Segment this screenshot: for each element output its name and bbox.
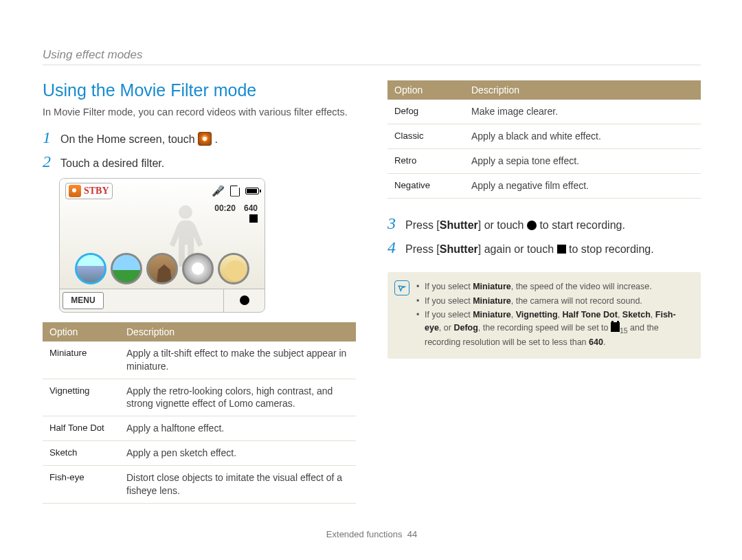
table-row: Fish-eyeDistort close objects to imitate… xyxy=(43,466,356,504)
shutter-label: Shutter xyxy=(440,243,478,255)
table-row: RetroApply a sepia tone effect. xyxy=(387,148,701,173)
step1-pre: On the Home screen, touch xyxy=(60,133,198,145)
movie-filter-home-icon xyxy=(198,132,212,146)
step2: Touch a desired filter. xyxy=(60,156,356,171)
left-column: Using the Movie Filter mode In Movie Fil… xyxy=(43,80,356,513)
breadcrumb: Using effect modes xyxy=(43,48,701,65)
camera-lcd: STBY 🎤̸ 00:20 640 xyxy=(59,178,265,313)
stop-icon xyxy=(557,245,566,254)
filter-thumb-2[interactable] xyxy=(111,253,142,284)
shutter-label: Shutter xyxy=(440,219,478,231)
table-row: VignettingApply the retro-looking colors… xyxy=(43,379,356,416)
table-row: ClassicApply a black and white effect. xyxy=(387,124,701,148)
page-title: Using the Movie Filter mode xyxy=(43,80,356,100)
stby-label: STBY xyxy=(84,186,109,197)
right-column: Option Description DefogMake image clear… xyxy=(387,80,701,513)
th-desc: Description xyxy=(120,322,356,341)
table-row: Half Tone DotApply a halftone effect. xyxy=(43,416,356,441)
intro-text: In Movie Filter mode, you can record vid… xyxy=(43,106,356,120)
battery-icon xyxy=(245,188,259,194)
record-dot-icon xyxy=(240,295,249,305)
footer-section: Extended functions xyxy=(326,529,403,539)
note-icon xyxy=(394,280,409,295)
camera-icon xyxy=(69,185,81,197)
table-row: DefogMake image clearer. xyxy=(387,100,701,124)
note-box: If you select Miniature, the speed of th… xyxy=(387,272,701,359)
table-row: NegativeApply a negative film effect. xyxy=(387,173,701,198)
menu-button[interactable]: MENU xyxy=(63,292,104,309)
standby-badge: STBY xyxy=(65,183,113,199)
table-row: SketchApply a pen sketch effect. xyxy=(43,441,356,466)
steps-left: On the Home screen, touch . Touch a desi… xyxy=(43,129,356,171)
th-desc: Description xyxy=(464,80,701,100)
table-row: MiniatureApply a tilt-shift effect to ma… xyxy=(43,341,356,379)
th-option: Option xyxy=(43,322,120,341)
page-number: 44 xyxy=(407,529,417,539)
footer: Extended functions 44 xyxy=(43,513,701,539)
filter-thumb-5[interactable] xyxy=(218,253,249,284)
filter-thumb-4[interactable] xyxy=(182,253,214,284)
record-button[interactable] xyxy=(223,289,265,312)
sd-card-icon xyxy=(230,186,240,197)
reel-icon xyxy=(249,214,258,223)
record-dot-icon xyxy=(527,221,537,230)
elapsed-time: 00:20 xyxy=(214,203,236,213)
filter-table-left: Option Description MiniatureApply a tilt… xyxy=(43,322,356,504)
th-option: Option xyxy=(387,80,464,100)
mic-off-icon: 🎤̸ xyxy=(212,185,225,197)
steps-right: Press [Shutter] or touch to start record… xyxy=(387,215,701,257)
resolution-badge: 640 xyxy=(244,203,258,213)
filter-thumbnails xyxy=(60,249,265,289)
filter-thumb-1[interactable] xyxy=(75,253,106,284)
filter-table-right: Option Description DefogMake image clear… xyxy=(387,80,701,199)
filter-thumb-3[interactable] xyxy=(146,253,178,284)
film-reel-icon xyxy=(611,322,620,332)
step1-post: . xyxy=(215,133,218,145)
